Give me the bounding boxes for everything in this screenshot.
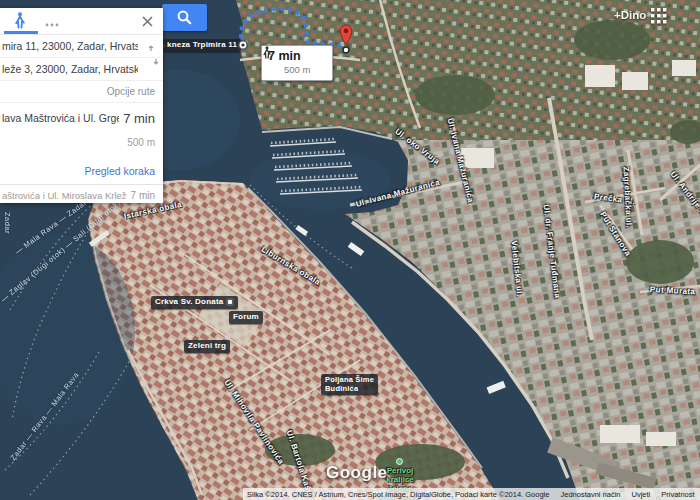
destination-field-row: [0, 58, 163, 81]
travel-mode-tabs: [0, 8, 163, 35]
attribution-link-terms[interactable]: Uvjeti: [632, 490, 651, 499]
route-duration: 7 min: [123, 111, 155, 126]
poi-text: Poljana Šime: [325, 375, 374, 384]
apps-grid-button[interactable]: [651, 8, 667, 24]
origin-field-row: [0, 35, 163, 58]
poi-label-poljana[interactable]: Poljana Šime Budinića: [321, 374, 378, 395]
alternative-route-row[interactable]: aštrovića i Ul. Miroslava Krleže 7 min: [0, 184, 163, 205]
route-name: lava Maštrovića i Ul. Grge: [2, 112, 119, 124]
origin-address-label[interactable]: kneza Trpimira 11: [163, 39, 241, 52]
route-options-row: Opcije rute: [0, 81, 163, 103]
route-options-link[interactable]: Opcije rute: [107, 86, 163, 97]
poi-text: Zeleni trg: [188, 341, 226, 351]
walking-mode-tab[interactable]: [13, 12, 29, 30]
attribution-link-lite-mode[interactable]: Jednostavni način: [560, 490, 620, 499]
destination-pin[interactable]: [338, 24, 354, 54]
origin-address-text: kneza Trpimira 11: [167, 40, 237, 50]
attribution-link-privacy[interactable]: Privatnost: [661, 490, 694, 499]
poi-text: Crkva Sv. Donata: [155, 297, 223, 307]
search-button[interactable]: [162, 4, 207, 31]
landmark-icon: [226, 298, 234, 306]
swap-arrows-icon: [147, 43, 160, 67]
apps-grid-icon: [651, 8, 667, 24]
destination-input[interactable]: [0, 63, 138, 75]
attribution-bar: Slika ©2014. CNES / Astrium, Cnes/Spot I…: [243, 488, 700, 500]
origin-input[interactable]: [0, 40, 138, 52]
google-watermark: Google: [326, 463, 388, 483]
poi-label-forum[interactable]: Forum: [229, 311, 263, 324]
water-label-zadar: Zadar: [3, 212, 12, 234]
more-modes-button[interactable]: [44, 16, 60, 26]
google-profile-link[interactable]: +Dino: [614, 9, 646, 21]
callout-duration: 7 min: [268, 49, 301, 63]
step-overview-link[interactable]: Pregled koraka: [84, 165, 163, 177]
swap-endpoints-button[interactable]: [147, 43, 160, 67]
poi-text: Budinića: [325, 384, 358, 393]
alt-route-name: aštrovića i Ul. Miroslava Krleže: [2, 190, 127, 201]
park-marker-dot: [396, 458, 403, 465]
directions-panel: Opcije rute lava Maštrovića i Ul. Grge 7…: [0, 8, 163, 203]
route-distance: 500 m: [127, 133, 163, 148]
poi-text: Forum: [233, 312, 259, 322]
walking-icon: [262, 46, 272, 59]
close-icon: [141, 15, 154, 28]
poi-label-crkva-sv-donata[interactable]: Crkva Sv. Donata: [151, 296, 238, 309]
route-distance-row: 500 m: [0, 133, 163, 157]
walking-icon: [13, 12, 27, 29]
steps-row: Pregled koraka: [0, 157, 163, 184]
route-start-marker[interactable]: [237, 39, 249, 51]
alt-route-duration: 7 min: [131, 190, 155, 201]
callout-distance: 500 m: [284, 64, 326, 75]
map-credits: Slika ©2014. CNES / Astrium, Cnes/Spot I…: [247, 490, 549, 499]
active-tab-indicator: [4, 31, 38, 34]
route-callout[interactable]: 7 min 500 m: [261, 45, 333, 81]
poi-label-zeleni-trg[interactable]: Zeleni trg: [184, 340, 230, 353]
ellipsis-icon: [44, 20, 60, 30]
selected-route-row[interactable]: lava Maštrovića i Ul. Grge 7 min: [0, 103, 163, 133]
close-directions-button[interactable]: [141, 14, 154, 27]
park-label-line1: Perivoj kraljice: [386, 466, 414, 484]
google-maps-app: kneza Trpimira 11 7 min 500 m Crkva Sv. …: [0, 0, 700, 500]
search-icon: [176, 9, 193, 26]
